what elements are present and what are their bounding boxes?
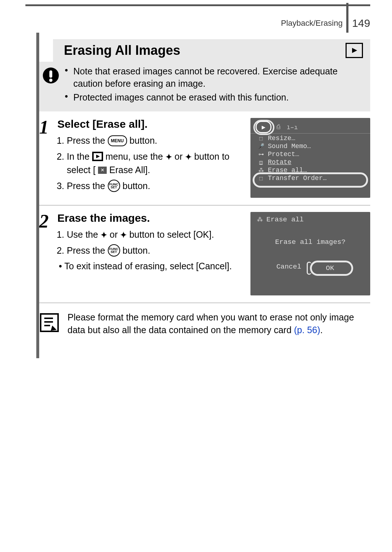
func-set-button-icon: FUNCSET xyxy=(108,244,120,257)
side-accent-bar xyxy=(36,33,39,358)
right-arrow-icon: ✦ xyxy=(120,230,127,240)
step-number: 1 xyxy=(39,118,57,198)
menu-tabs: ▶ ⎙ ı̵ı xyxy=(250,118,370,134)
rotate-icon: ◫ xyxy=(257,159,265,166)
step-2: 2 Erase the images. Use the ✦ or ✦ butto… xyxy=(39,205,370,303)
page-number: 149 xyxy=(346,14,370,33)
warning-item: Protected images cannot be erased with t… xyxy=(65,91,363,104)
erase-all-icon: ✕ xyxy=(98,167,107,174)
substep: In the menu, use the ✦ or ✦ button to se… xyxy=(67,150,244,177)
erase-all-icon: ⁂ xyxy=(257,216,263,223)
resize-icon: ⬚ xyxy=(257,135,265,142)
menu-item-selected: ⁂Erase all… xyxy=(250,166,370,174)
highlight-ring-icon xyxy=(310,261,353,276)
warning-list: Note that erased images cannot be recove… xyxy=(65,65,363,105)
format-note-text: Please format the memory card when you w… xyxy=(68,311,370,336)
menu-button-icon: MENU xyxy=(108,135,127,146)
down-arrow-icon: ✦ xyxy=(185,152,192,161)
section-title: Erasing All Images xyxy=(64,43,180,58)
step-1: 1 Select [Erase all]. Press the MENU but… xyxy=(39,111,370,205)
menu-item: ⬚Transfer Order… xyxy=(250,174,370,182)
page-header: Playback/Erasing 149 xyxy=(25,14,370,33)
confirm-buttons: Cancel OK xyxy=(250,263,370,274)
sound-memo-icon: 🎤 xyxy=(257,143,265,150)
caution-icon xyxy=(42,67,60,86)
substep: Press the FUNCSET button. xyxy=(67,179,244,193)
step-title: Erase the images. xyxy=(57,212,244,224)
left-arrow-icon: ✦ xyxy=(101,230,107,240)
print-tab-icon: ⎙ xyxy=(271,122,285,132)
svg-marker-0 xyxy=(352,48,357,53)
header-rule xyxy=(25,4,370,6)
up-arrow-icon: ✦ xyxy=(166,152,172,161)
svg-rect-2 xyxy=(49,70,52,78)
tools-tab-icon: ı̵ı xyxy=(285,122,299,132)
warning-item: Note that erased images cannot be recove… xyxy=(65,65,363,90)
ok-option: OK xyxy=(316,263,344,274)
breadcrumb: Playback/Erasing xyxy=(281,19,343,28)
substep-note: To exit instead of erasing, select [Canc… xyxy=(57,259,244,273)
menu-item: 🎤Sound Memo… xyxy=(250,142,370,150)
camera-screen-confirm: ⁂ Erase all Erase all images? Cancel OK xyxy=(250,212,370,295)
func-set-button-icon: FUNCSET xyxy=(108,180,120,192)
manual-page: Playback/Erasing 149 Erasing All Images … xyxy=(0,0,392,358)
svg-point-3 xyxy=(49,79,53,82)
playback-tab-icon: ▶ xyxy=(256,121,271,133)
step-title: Select [Erase all]. xyxy=(57,118,244,130)
menu-item: ⬚Resize… xyxy=(250,134,370,142)
format-note: Please format the memory card when you w… xyxy=(39,311,370,336)
svg-marker-9 xyxy=(51,326,57,331)
substep: Use the ✦ or ✦ button to select [OK]. xyxy=(67,228,244,242)
note-icon xyxy=(39,312,61,336)
erase-all-menu-icon: ⁂ xyxy=(257,167,265,174)
confirm-title: ⁂ Erase all xyxy=(250,212,370,225)
substep: Press the FUNCSET button. xyxy=(67,244,244,258)
menu-item: ◫Rotate xyxy=(250,158,370,166)
playback-mode-icon xyxy=(346,43,363,58)
substep-list: Press the MENU button. In the menu, use … xyxy=(57,134,244,193)
protect-icon: ⊶ xyxy=(257,151,265,158)
playback-menu-icon xyxy=(92,152,103,161)
section-title-row: Erasing All Images xyxy=(53,39,370,62)
camera-screen-menu: ▶ ⎙ ı̵ı ⬚Resize… 🎤Sound Memo… ⊶Protect… … xyxy=(250,118,370,198)
step-number: 2 xyxy=(39,212,57,295)
cancel-option: Cancel xyxy=(276,263,301,274)
menu-list: ⬚Resize… 🎤Sound Memo… ⊶Protect… ◫Rotate … xyxy=(250,134,370,182)
substep-list: Use the ✦ or ✦ button to select [OK]. Pr… xyxy=(57,228,244,257)
svg-marker-4 xyxy=(96,155,100,158)
transfer-order-icon: ⬚ xyxy=(257,175,265,182)
page-link[interactable]: (p. 56) xyxy=(294,325,320,335)
warning-box: Note that erased images cannot be recove… xyxy=(39,62,370,111)
substep: Press the MENU button. xyxy=(67,134,244,148)
confirm-question: Erase all images? xyxy=(250,238,370,246)
menu-item: ⊶Protect… xyxy=(250,150,370,158)
